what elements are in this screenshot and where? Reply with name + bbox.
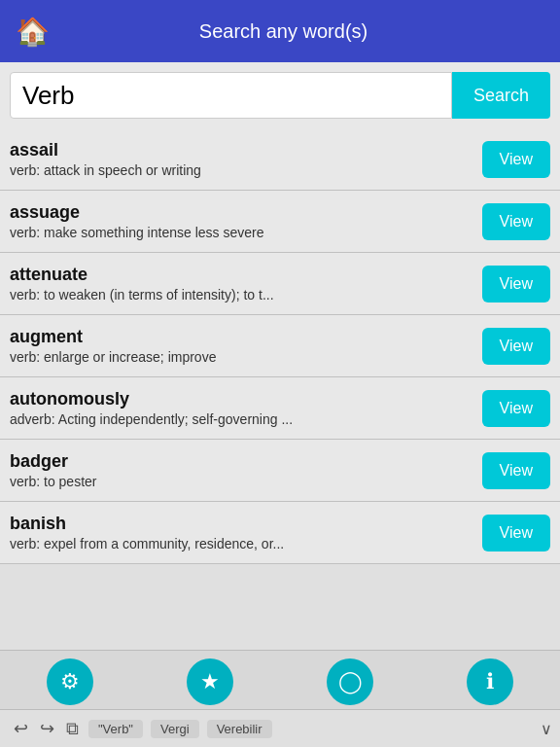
word-definition: verb: to weaken (in terms of intensity);… xyxy=(10,287,472,302)
word-content: assuage verb: make something intense les… xyxy=(10,202,482,240)
word-content: attenuate verb: to weaken (in terms of i… xyxy=(10,265,482,302)
word-name: banish xyxy=(10,514,472,534)
list-item: autonomously adverb: Acting independentl… xyxy=(0,377,560,440)
view-button[interactable]: View xyxy=(482,141,550,178)
word-definition: verb: enlarge or increase; improve xyxy=(10,349,472,365)
list-item: badger verb: to pester View xyxy=(0,440,560,502)
nav-label-verebilir[interactable]: Verebilir xyxy=(207,720,272,738)
view-button[interactable]: View xyxy=(482,203,550,240)
list-item: attenuate verb: to weaken (in terms of i… xyxy=(0,253,560,315)
word-content: badger verb: to pester xyxy=(10,451,482,489)
word-name: assuage xyxy=(10,202,472,223)
copy-button[interactable]: ⧉ xyxy=(60,715,85,743)
tab-favorites[interactable]: ★ xyxy=(187,658,233,705)
view-button[interactable]: View xyxy=(482,452,550,489)
tab-info[interactable]: ℹ xyxy=(467,658,513,705)
tab-settings[interactable]: ⚙ xyxy=(47,658,93,705)
settings-icon: ⚙ xyxy=(47,658,93,705)
list-item: assail verb: attack in speech or writing… xyxy=(0,128,560,191)
nav-label-verb[interactable]: "Verb" xyxy=(88,720,143,738)
view-button[interactable]: View xyxy=(482,266,550,302)
search-bar: Search xyxy=(0,62,560,128)
favorites-icon: ★ xyxy=(187,658,233,705)
back-button[interactable]: ↩ xyxy=(8,714,34,743)
bottom-bar: ⚙ ★ ◯ ℹ ↩ ↪ ⧉ "Verb" Vergi Verebilir ∨ xyxy=(0,650,560,747)
tab-icons: ⚙ ★ ◯ ℹ xyxy=(0,651,560,709)
word-name: autonomously xyxy=(10,389,472,409)
list-item: banish verb: expel from a community, res… xyxy=(0,502,560,564)
word-name: augment xyxy=(10,327,472,347)
word-name: badger xyxy=(10,451,472,472)
bottom-nav: ↩ ↪ ⧉ "Verb" Vergi Verebilir ∨ xyxy=(0,709,560,747)
word-content: autonomously adverb: Acting independentl… xyxy=(10,389,482,427)
view-button[interactable]: View xyxy=(482,515,550,551)
view-button[interactable]: View xyxy=(482,328,550,365)
search-icon: ◯ xyxy=(327,658,373,705)
word-definition: verb: make something intense less severe xyxy=(10,225,472,240)
forward-button[interactable]: ↪ xyxy=(34,714,60,743)
word-name: assail xyxy=(10,140,472,160)
header-title: Search any word(s) xyxy=(61,20,506,43)
tab-search[interactable]: ◯ xyxy=(327,658,373,705)
header: 🏠 Search any word(s) xyxy=(0,0,560,62)
word-definition: adverb: Acting independently; self-gover… xyxy=(10,411,472,427)
word-name: attenuate xyxy=(10,265,472,285)
word-definition: verb: expel from a community, residence,… xyxy=(10,536,472,551)
info-icon: ℹ xyxy=(467,658,513,705)
word-definition: verb: to pester xyxy=(10,474,472,489)
nav-label-vergi[interactable]: Vergi xyxy=(151,720,199,738)
word-definition: verb: attack in speech or writing xyxy=(10,162,472,178)
home-button[interactable]: 🏠 xyxy=(16,16,50,48)
word-list: assail verb: attack in speech or writing… xyxy=(0,128,560,650)
list-item: assuage verb: make something intense les… xyxy=(0,191,560,253)
search-input[interactable] xyxy=(10,72,452,119)
list-item: augment verb: enlarge or increase; impro… xyxy=(0,315,560,377)
view-button[interactable]: View xyxy=(482,390,550,427)
word-content: banish verb: expel from a community, res… xyxy=(10,514,482,551)
word-content: augment verb: enlarge or increase; impro… xyxy=(10,327,482,365)
search-button[interactable]: Search xyxy=(452,72,550,119)
chevron-down-icon[interactable]: ∨ xyxy=(541,720,552,738)
word-content: assail verb: attack in speech or writing xyxy=(10,140,482,178)
